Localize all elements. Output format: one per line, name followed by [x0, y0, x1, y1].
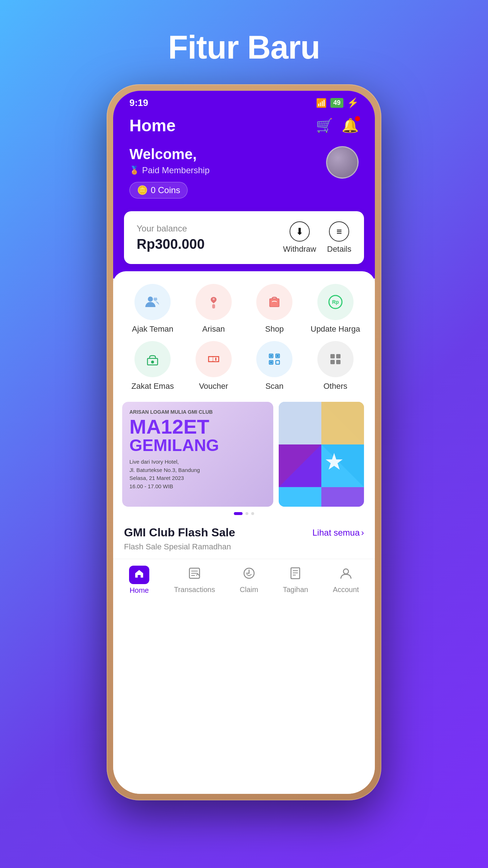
feature-others[interactable]: Others: [307, 341, 364, 391]
dot-2: [245, 512, 248, 515]
welcome-greeting: Welcome,: [129, 146, 210, 162]
svg-point-4: [213, 298, 215, 300]
svg-point-0: [148, 297, 153, 302]
banner-section: ARISAN LOGAM MULIA GMI CLUB MA12ET GEMIL…: [113, 398, 375, 522]
nav-home[interactable]: Home: [129, 566, 149, 595]
balance-info: Your balance Rp300.000: [137, 224, 205, 252]
flash-sale-header: GMI Club Flash Sale Lihat semua ›: [124, 526, 364, 539]
see-all-label: Lihat semua: [312, 528, 360, 538]
notification-badge: [355, 116, 360, 121]
membership-row: 🏅 Paid Membership: [129, 165, 210, 175]
feature-arisan[interactable]: Arisan: [185, 284, 243, 334]
balance-actions: ⬇ Withdraw ≡ Details: [283, 221, 351, 254]
svg-rect-22: [330, 360, 335, 364]
arisan-label: Arisan: [202, 324, 225, 334]
zakat-emas-label: Zakat Emas: [132, 382, 174, 391]
voucher-label: Voucher: [199, 382, 228, 391]
withdraw-action[interactable]: ⬇ Withdraw: [283, 221, 316, 254]
nav-transactions[interactable]: Transactions: [174, 566, 215, 594]
wifi-icon: 📶: [316, 98, 327, 108]
tagihan-nav-icon: [288, 566, 302, 583]
details-action[interactable]: ≡ Details: [327, 221, 351, 254]
details-icon: ≡: [329, 221, 349, 242]
secondary-banner[interactable]: [279, 402, 364, 507]
transactions-nav-label: Transactions: [174, 586, 215, 594]
withdraw-icon: ⬇: [290, 221, 310, 242]
welcome-left: Welcome, 🏅 Paid Membership 🪙 0 Coins: [129, 146, 210, 199]
svg-rect-20: [330, 354, 335, 358]
svg-rect-18: [277, 355, 279, 357]
phone-screen: 9:19 📶 49 ⚡ Home 🛒 🔔 Welcome,: [113, 91, 375, 794]
status-bar: 9:19 📶 49 ⚡: [113, 91, 375, 112]
ajak-teman-icon: [134, 284, 171, 320]
details-label: Details: [327, 244, 351, 254]
balance-amount: Rp300.000: [137, 237, 205, 252]
banner-detail4: 16.00 - 17.00 WIB: [129, 482, 266, 491]
avatar[interactable]: [326, 146, 359, 179]
ajak-teman-label: Ajak Teman: [132, 324, 174, 334]
coins-badge[interactable]: 🪙 0 Coins: [129, 182, 188, 199]
banner-subtitle: ARISAN LOGAM MULIA GMI CLUB: [129, 409, 266, 415]
claim-nav-label: Claim: [240, 586, 258, 594]
app-header: Home 🛒 🔔: [113, 112, 375, 142]
feature-zakat-emas[interactable]: Zakat Emas: [124, 341, 181, 391]
header-title: Home: [129, 116, 176, 135]
cart-icon[interactable]: 🛒: [316, 118, 333, 133]
banner-detail: Live dari Ivory Hotel, Jl. Baturtekse No…: [129, 458, 266, 490]
svg-rect-23: [336, 360, 341, 364]
home-nav-icon: [129, 566, 149, 584]
battery-indicator: 49: [330, 98, 343, 108]
account-nav-icon: [339, 566, 353, 583]
scan-label: Scan: [265, 382, 283, 391]
update-harga-icon: Rp: [317, 284, 354, 320]
claim-nav-icon: [242, 566, 256, 583]
svg-rect-10: [151, 361, 154, 363]
svg-point-12: [215, 359, 217, 361]
nav-tagihan[interactable]: Tagihan: [283, 566, 308, 594]
banner-detail1: Live dari Ivory Hotel,: [129, 458, 266, 466]
svg-point-11: [215, 358, 217, 359]
page-title: Fitur Baru: [168, 29, 320, 66]
welcome-section: Welcome, 🏅 Paid Membership 🪙 0 Coins: [113, 142, 375, 211]
balance-label: Your balance: [137, 224, 205, 234]
shop-label: Shop: [265, 324, 284, 334]
balance-card-wrapper: Your balance Rp300.000 ⬇ Withdraw ≡ Deta…: [113, 211, 375, 278]
shop-icon: [256, 284, 292, 320]
coins-icon: 🪙: [137, 185, 148, 195]
notification-icon[interactable]: 🔔: [342, 118, 359, 133]
carousel-dots: [122, 512, 366, 515]
feature-update-harga[interactable]: Rp Update Harga: [307, 284, 364, 334]
flash-sale-section: GMI Club Flash Sale Lihat semua › Flash …: [113, 522, 375, 559]
svg-point-43: [343, 569, 348, 574]
charging-icon: ⚡: [347, 97, 359, 109]
flash-sale-title: GMI Club Flash Sale: [124, 526, 235, 539]
header-icons: 🛒 🔔: [316, 118, 359, 133]
time: 9:19: [129, 97, 148, 109]
see-all-link[interactable]: Lihat semua ›: [312, 528, 364, 538]
feature-scan[interactable]: Scan: [246, 341, 303, 391]
bottom-nav: Home Transactions Claim: [113, 559, 375, 604]
main-banner-content: ARISAN LOGAM MULIA GMI CLUB MA12ET GEMIL…: [122, 402, 273, 507]
dot-active: [234, 512, 243, 515]
balance-card: Your balance Rp300.000 ⬇ Withdraw ≡ Deta…: [124, 211, 364, 264]
withdraw-label: Withdraw: [283, 244, 316, 254]
svg-rect-19: [270, 361, 272, 363]
main-banner[interactable]: ARISAN LOGAM MULIA GMI CLUB MA12ET GEMIL…: [122, 402, 273, 507]
nav-account[interactable]: Account: [333, 566, 359, 594]
nav-claim[interactable]: Claim: [240, 566, 258, 594]
feature-shop[interactable]: Shop: [246, 284, 303, 334]
home-nav-label: Home: [129, 586, 149, 595]
voucher-icon: [196, 341, 232, 377]
arisan-icon: [196, 284, 232, 320]
coins-value: 0 Coins: [151, 185, 180, 195]
svg-rect-3: [212, 304, 215, 309]
dot-3: [251, 512, 254, 515]
svg-point-2: [155, 297, 156, 298]
svg-rect-29: [321, 487, 364, 507]
feature-voucher[interactable]: Voucher: [185, 341, 243, 391]
flash-sale-subtitle: Flash Sale Spesial Ramadhan: [124, 542, 364, 552]
banner-detail2: Jl. Baturtekse No.3, Bandung: [129, 466, 266, 475]
banner-container: ARISAN LOGAM MULIA GMI CLUB MA12ET GEMIL…: [122, 402, 366, 507]
svg-rect-28: [279, 487, 321, 507]
feature-ajak-teman[interactable]: Ajak Teman: [124, 284, 181, 334]
